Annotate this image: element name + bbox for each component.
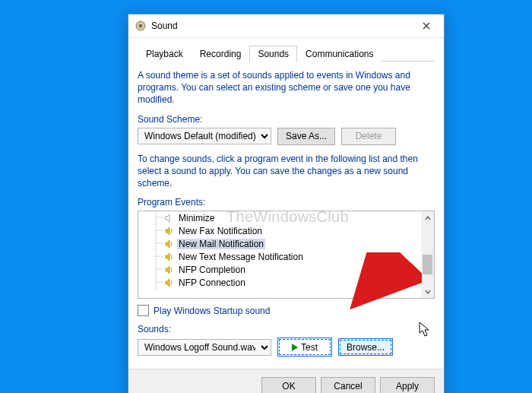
list-item-label: Minimize <box>177 213 216 223</box>
program-events-list[interactable]: MinimizeNew Fax NotificationNew Mail Not… <box>138 211 435 299</box>
list-item-label: New Fax Notification <box>177 226 264 236</box>
tabstrip: Playback Recording Sounds Communications <box>138 44 435 62</box>
scroll-up-button[interactable] <box>421 211 434 224</box>
list-item[interactable]: New Fax Notification <box>138 224 421 237</box>
play-icon <box>292 344 298 351</box>
close-button[interactable] <box>409 14 444 37</box>
svg-point-1 <box>139 24 142 27</box>
sound-icon <box>135 20 147 32</box>
list-item-label: New Mail Notification <box>177 239 265 249</box>
tree-connector-icon <box>152 250 164 263</box>
startup-sound-label: Play Windows Startup sound <box>154 306 270 316</box>
cancel-button[interactable]: Cancel <box>321 377 375 393</box>
scroll-down-button[interactable] <box>421 285 434 298</box>
speaker-icon <box>164 265 175 274</box>
test-button[interactable]: Test <box>277 338 332 357</box>
list-item-label: NFP Completion <box>177 265 247 275</box>
tree-connector-icon <box>152 211 164 224</box>
scheme-label: Sound Scheme: <box>138 114 435 125</box>
events-label: Program Events: <box>138 197 435 208</box>
speaker-icon <box>164 252 175 261</box>
scrollbar[interactable] <box>421 211 434 298</box>
apply-button[interactable]: Apply <box>380 377 435 393</box>
tab-communications[interactable]: Communications <box>297 46 382 62</box>
checkbox-icon <box>138 305 149 316</box>
theme-description: A sound theme is a set of sounds applied… <box>138 69 435 106</box>
sounds-combo[interactable]: Windows Logoff Sound.wav <box>138 339 271 356</box>
speaker-icon <box>164 227 175 236</box>
list-item[interactable]: NFP Connection <box>138 276 421 289</box>
tree-connector-icon <box>152 263 164 276</box>
scheme-combo[interactable]: Windows Default (modified) <box>138 128 271 144</box>
dialog-buttons: OK Cancel Apply <box>128 369 444 393</box>
save-as-button[interactable]: Save As... <box>277 128 335 145</box>
list-item[interactable]: New Mail Notification <box>138 237 421 250</box>
browse-button[interactable]: Browse... <box>338 338 393 356</box>
scroll-thumb[interactable] <box>423 255 432 274</box>
list-item[interactable]: Minimize <box>138 211 421 224</box>
sounds-label: Sounds: <box>138 324 435 334</box>
ok-button[interactable]: OK <box>261 377 316 393</box>
window-title: Sound <box>151 21 409 31</box>
scroll-track[interactable] <box>421 224 434 285</box>
startup-sound-checkbox[interactable]: Play Windows Startup sound <box>138 305 435 316</box>
speaker-icon <box>164 239 175 249</box>
titlebar: Sound <box>128 14 444 38</box>
events-description: To change sounds, click a program event … <box>138 153 435 190</box>
speaker-icon <box>164 278 175 287</box>
list-item-label: NFP Connection <box>177 277 247 288</box>
tab-playback[interactable]: Playback <box>138 46 192 62</box>
tree-connector-icon <box>152 237 164 250</box>
list-item[interactable]: NFP Completion <box>138 263 421 276</box>
tab-recording[interactable]: Recording <box>192 46 250 62</box>
tab-sounds[interactable]: Sounds <box>249 46 297 62</box>
list-item-label: New Text Message Notification <box>177 252 305 262</box>
speaker-icon <box>164 214 175 223</box>
list-item[interactable]: New Text Message Notification <box>138 250 421 263</box>
sound-dialog: Sound Playback Recording Sounds Communic… <box>128 14 445 393</box>
tree-connector-icon <box>152 276 164 289</box>
tree-connector-icon <box>152 224 164 237</box>
delete-button: Delete <box>341 128 396 145</box>
